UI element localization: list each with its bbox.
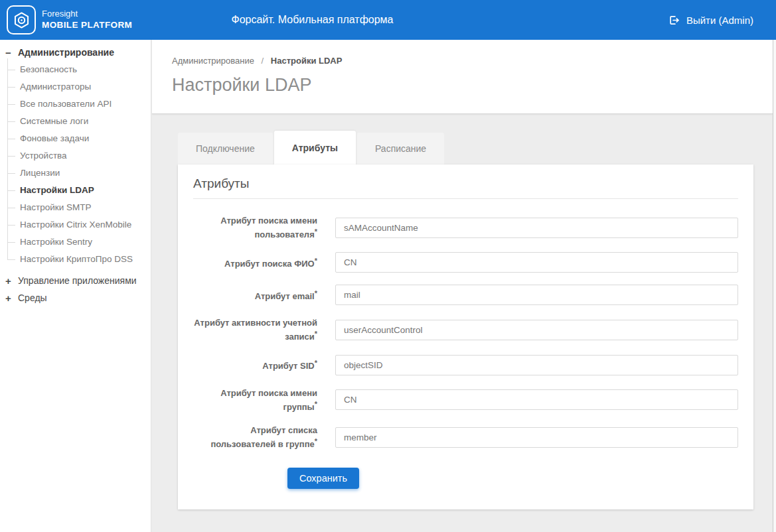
- sidebar-section-administration[interactable]: − Администрирование: [0, 44, 151, 61]
- label-text: Атрибут активности учетной записи: [194, 318, 317, 342]
- expand-plus-icon[interactable]: +: [5, 275, 18, 287]
- logout-label: Выйти (Admin): [686, 15, 753, 26]
- required-mark: *: [315, 359, 317, 367]
- sidebar-children-administration: Безопасность Администраторы Все пользова…: [7, 61, 151, 268]
- sidebar-item-licenses[interactable]: Лицензии: [7, 165, 151, 182]
- tab-connection[interactable]: Подключение: [178, 133, 273, 165]
- label-text: Атрибут списка пользователей в группе: [210, 425, 317, 449]
- input-wrap: [335, 355, 738, 375]
- input-sid-attr[interactable]: [335, 355, 738, 375]
- form-field-row: Атрибут SID*: [193, 355, 738, 375]
- breadcrumb-separator: /: [262, 56, 264, 66]
- field-label-sid-attr: Атрибут SID*: [193, 358, 317, 371]
- attributes-card: Атрибуты Атрибут поиска имени пользовате…: [178, 165, 753, 509]
- collapse-minus-icon[interactable]: −: [5, 47, 18, 58]
- input-wrap: [335, 320, 738, 340]
- field-label-account-active-attr: Атрибут активности учетной записи*: [193, 317, 317, 342]
- sidebar-section-label: Администрирование: [18, 47, 114, 58]
- label-text: Атрибут email: [255, 291, 315, 301]
- form-field-row: Атрибут поиска имени группы*: [193, 387, 738, 413]
- breadcrumb-current: Настройки LDAP: [271, 56, 343, 66]
- form-field-row: Атрибут поиска имени пользователя*: [193, 215, 738, 240]
- form-field-row: Атрибут email*: [193, 285, 738, 305]
- sidebar-item-cryptopro-dss-settings[interactable]: Настройки КриптоПро DSS: [7, 251, 151, 268]
- breadcrumb: Администрирование / Настройки LDAP: [172, 56, 773, 66]
- expand-plus-icon[interactable]: +: [5, 293, 18, 304]
- input-group-members-attr[interactable]: [335, 427, 738, 448]
- sidebar-item-smtp-settings[interactable]: Настройки SMTP: [7, 199, 151, 216]
- input-wrap: [335, 427, 738, 448]
- input-username-attr[interactable]: [335, 218, 738, 238]
- required-mark: *: [315, 330, 317, 338]
- sidebar-item-api-users[interactable]: Все пользователи API: [7, 96, 151, 113]
- scrollbar[interactable]: [773, 40, 776, 532]
- sidebar-nav: − Администрирование Безопасность Админис…: [0, 40, 151, 532]
- breadcrumb-parent-link[interactable]: Администрирование: [172, 56, 254, 66]
- page-header-band: Администрирование / Настройки LDAP Настр…: [152, 40, 773, 114]
- form-field-row: Атрибут активности учетной записи*: [193, 317, 738, 342]
- sidebar-item-devices[interactable]: Устройства: [7, 147, 151, 165]
- input-wrap: [335, 252, 738, 273]
- sidebar-item-citrix-xenmobile-settings[interactable]: Настройки Citrix XenMobile: [7, 216, 151, 233]
- sidebar-item-sentry-settings[interactable]: Настройки Sentry: [7, 233, 151, 251]
- sidebar-section-label: Управление приложениями: [18, 275, 137, 286]
- app-title: Форсайт. Мобильная платформа: [0, 0, 625, 40]
- sidebar-item-security[interactable]: Безопасность: [7, 61, 151, 78]
- input-wrap: [335, 389, 738, 410]
- sidebar-item-administrators[interactable]: Администраторы: [7, 78, 151, 96]
- input-fullname-attr[interactable]: [335, 252, 738, 273]
- field-label-username-attr: Атрибут поиска имени пользователя*: [193, 215, 317, 240]
- save-button[interactable]: Сохранить: [287, 468, 359, 489]
- required-mark: *: [315, 257, 317, 265]
- required-mark: *: [315, 228, 317, 235]
- label-text: Атрибут поиска ФИО: [224, 259, 315, 269]
- input-wrap: [335, 218, 738, 238]
- form-field-row: Атрибут списка пользователей в группе*: [193, 425, 738, 450]
- sidebar-item-system-logs[interactable]: Системные логи: [7, 113, 151, 130]
- card-heading: Атрибуты: [193, 176, 738, 199]
- tab-attributes[interactable]: Атрибуты: [274, 131, 356, 165]
- logout-icon: [668, 15, 680, 26]
- required-mark: *: [315, 400, 317, 408]
- sidebar-section-label: Среды: [18, 293, 47, 303]
- input-group-name-attr[interactable]: [335, 389, 738, 410]
- input-account-active-attr[interactable]: [335, 320, 738, 340]
- required-mark: *: [315, 437, 317, 445]
- ldap-settings-tabs: Подключение Атрибуты Расписание: [178, 131, 445, 165]
- field-label-email-attr: Атрибут email*: [193, 288, 317, 302]
- input-wrap: [335, 285, 738, 305]
- label-text: Атрибут поиска имени группы: [220, 388, 317, 412]
- sidebar-section-app-management[interactable]: + Управление приложениями: [0, 272, 151, 289]
- input-email-attr[interactable]: [335, 285, 738, 305]
- attributes-form: Атрибут поиска имени пользователя* Атриб…: [193, 215, 738, 489]
- tab-schedule[interactable]: Расписание: [357, 133, 444, 165]
- logout-button[interactable]: Выйти (Admin): [668, 0, 753, 40]
- top-header-bar: Foresight MOBILE PLATFORM Форсайт. Мобил…: [0, 0, 776, 40]
- sidebar-item-ldap-settings[interactable]: Настройки LDAP: [7, 182, 151, 199]
- required-mark: *: [315, 289, 317, 297]
- form-field-row: Атрибут поиска ФИО*: [193, 252, 738, 273]
- app-root: Foresight MOBILE PLATFORM Форсайт. Мобил…: [0, 0, 776, 532]
- sidebar-section-environments[interactable]: + Среды: [0, 289, 151, 306]
- page-title: Настройки LDAP: [172, 75, 773, 96]
- label-text: Атрибут поиска имени пользователя: [220, 216, 317, 239]
- field-label-group-members-attr: Атрибут списка пользователей в группе*: [193, 425, 317, 450]
- label-text: Атрибут SID: [262, 362, 314, 371]
- field-label-fullname-attr: Атрибут поиска ФИО*: [193, 255, 317, 269]
- field-label-group-name-attr: Атрибут поиска имени группы*: [193, 387, 317, 413]
- sidebar-item-background-tasks[interactable]: Фоновые задачи: [7, 130, 151, 147]
